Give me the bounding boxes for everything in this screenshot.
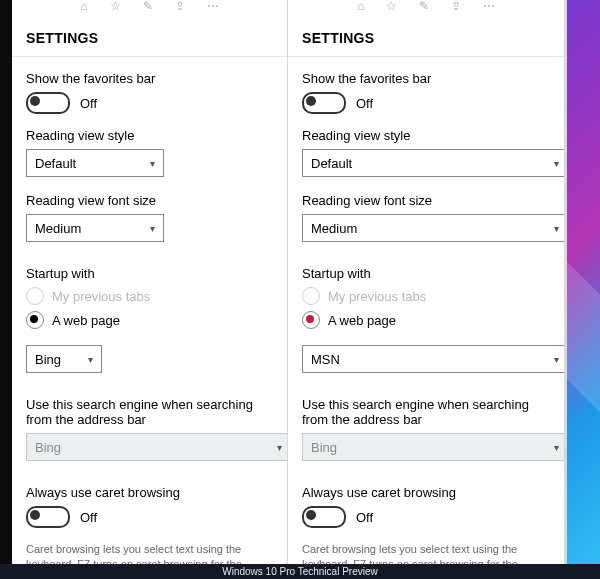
- startup-option-label: A web page: [52, 313, 120, 328]
- caret-browsing-description: Caret browsing lets you select text usin…: [302, 542, 550, 564]
- favorites-bar-toggle[interactable]: [26, 92, 70, 114]
- reading-font-label: Reading view font size: [26, 193, 273, 208]
- favorites-bar-label: Show the favorites bar: [302, 71, 550, 86]
- startup-label: Startup with: [302, 266, 550, 281]
- star-icon[interactable]: ☆: [110, 0, 121, 12]
- reading-style-label: Reading view style: [26, 128, 273, 143]
- more-icon[interactable]: ⋯: [483, 0, 495, 12]
- radio-selected-icon: [26, 311, 44, 329]
- reading-style-select[interactable]: Default ▾: [302, 149, 565, 177]
- favorites-bar-state: Off: [80, 96, 97, 111]
- startup-option-label: A web page: [328, 313, 396, 328]
- startup-option-label: My previous tabs: [52, 289, 150, 304]
- star-icon[interactable]: ☆: [386, 0, 397, 12]
- search-engine-select: Bing ▾: [302, 433, 565, 461]
- note-icon[interactable]: ✎: [419, 0, 429, 12]
- chevron-down-icon: ▾: [150, 158, 155, 169]
- chevron-down-icon: ▾: [88, 354, 93, 365]
- search-engine-value: Bing: [311, 440, 337, 455]
- taskbar[interactable]: Windows 10 Pro Technical Preview: [0, 564, 600, 579]
- reading-style-label: Reading view style: [302, 128, 550, 143]
- reading-style-value: Default: [311, 156, 352, 171]
- reading-font-value: Medium: [311, 221, 357, 236]
- more-icon[interactable]: ⋯: [207, 0, 219, 12]
- home-icon[interactable]: ⌂: [357, 0, 364, 12]
- startup-webpage[interactable]: A web page: [26, 311, 273, 329]
- startup-option-label: My previous tabs: [328, 289, 426, 304]
- home-icon[interactable]: ⌂: [80, 0, 87, 12]
- reading-font-value: Medium: [35, 221, 81, 236]
- reading-style-select[interactable]: Default ▾: [26, 149, 164, 177]
- caret-browsing-label: Always use caret browsing: [26, 485, 273, 500]
- reading-font-select[interactable]: Medium ▾: [26, 214, 164, 242]
- chevron-down-icon: ▾: [150, 223, 155, 234]
- caret-browsing-description: Caret browsing lets you select text usin…: [26, 542, 273, 564]
- caret-browsing-state: Off: [356, 510, 373, 525]
- reading-font-label: Reading view font size: [302, 193, 550, 208]
- chevron-down-icon: ▾: [554, 442, 559, 453]
- startup-page-select[interactable]: Bing ▾: [26, 345, 102, 373]
- toolbar-icon-row: ⌂ ☆ ✎ ⇪ ⋯: [12, 0, 287, 16]
- settings-heading: SETTINGS: [302, 30, 550, 46]
- startup-page-value: Bing: [35, 352, 61, 367]
- reading-font-select[interactable]: Medium ▾: [302, 214, 565, 242]
- search-engine-select: Bing ▾: [26, 433, 288, 461]
- settings-heading: SETTINGS: [26, 30, 273, 46]
- favorites-bar-toggle[interactable]: [302, 92, 346, 114]
- caret-browsing-label: Always use caret browsing: [302, 485, 550, 500]
- share-icon[interactable]: ⇪: [175, 0, 185, 12]
- startup-page-select[interactable]: MSN ▾: [302, 345, 565, 373]
- startup-page-value: MSN: [311, 352, 340, 367]
- caret-browsing-toggle[interactable]: [302, 506, 346, 528]
- search-engine-value: Bing: [35, 440, 61, 455]
- toolbar-icon-row: ⌂ ☆ ✎ ⇪ ⋯: [288, 0, 564, 16]
- note-icon[interactable]: ✎: [143, 0, 153, 12]
- favorites-bar-state: Off: [356, 96, 373, 111]
- share-icon[interactable]: ⇪: [451, 0, 461, 12]
- chevron-down-icon: ▾: [554, 223, 559, 234]
- chevron-down-icon: ▾: [554, 158, 559, 169]
- favorites-bar-label: Show the favorites bar: [26, 71, 273, 86]
- settings-panel-left: ⌂ ☆ ✎ ⇪ ⋯ SETTINGS Show the favorites ba…: [12, 0, 288, 564]
- search-engine-label: Use this search engine when searching fr…: [26, 397, 273, 427]
- chevron-down-icon: ▾: [277, 442, 282, 453]
- radio-icon: [302, 287, 320, 305]
- startup-previous-tabs: My previous tabs: [302, 287, 550, 305]
- radio-selected-icon: [302, 311, 320, 329]
- caret-browsing-state: Off: [80, 510, 97, 525]
- taskbar-watermark: Windows 10 Pro Technical Preview: [222, 566, 377, 577]
- caret-browsing-toggle[interactable]: [26, 506, 70, 528]
- chevron-down-icon: ▾: [554, 354, 559, 365]
- divider: [12, 56, 287, 57]
- divider: [288, 56, 564, 57]
- reading-style-value: Default: [35, 156, 76, 171]
- radio-icon: [26, 287, 44, 305]
- settings-panel-right: ⌂ ☆ ✎ ⇪ ⋯ SETTINGS Show the favorites ba…: [288, 0, 565, 564]
- startup-label: Startup with: [26, 266, 273, 281]
- startup-previous-tabs: My previous tabs: [26, 287, 273, 305]
- search-engine-label: Use this search engine when searching fr…: [302, 397, 550, 427]
- startup-webpage[interactable]: A web page: [302, 311, 550, 329]
